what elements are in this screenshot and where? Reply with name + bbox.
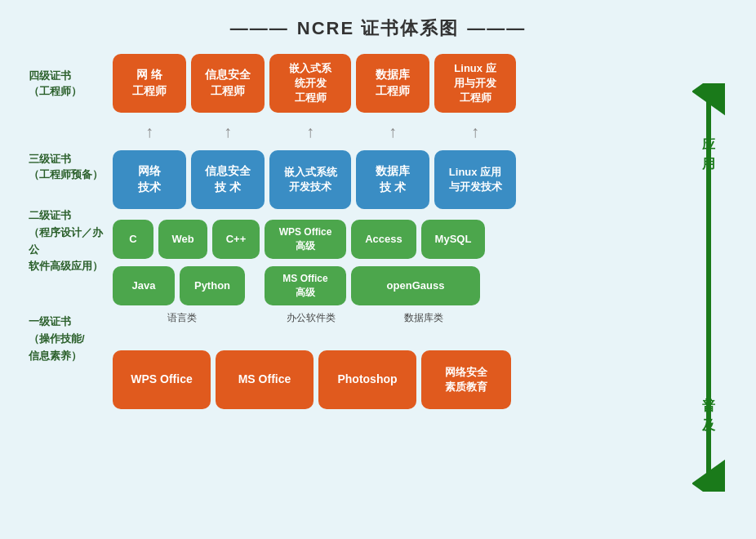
arrow-3: ↑ xyxy=(269,122,351,141)
level3-label: 三级证书 （工程师预备） xyxy=(27,134,113,199)
cat-db: 数据库类 xyxy=(371,311,477,325)
level1-ms: MS Office xyxy=(216,350,314,409)
level2-wps-advanced: WPS Office高级 xyxy=(265,220,346,259)
level4-item-2: 信息安全工程师 xyxy=(191,54,265,113)
level2-python: Python xyxy=(180,266,245,305)
level2-c: C xyxy=(113,220,153,259)
level2-group: C Web C++ WPS Office高级 Access MySQL Java… xyxy=(113,219,684,325)
level1-row: WPS Office MS Office Photoshop 网络安全素质教育 xyxy=(113,343,684,416)
level3-item-4: 数据库技 术 xyxy=(356,150,429,209)
arrow-5: ↑ xyxy=(434,122,516,141)
level2-mysql: MySQL xyxy=(421,220,485,259)
arrow-2: ↑ xyxy=(191,122,265,141)
arrows-row: ↑ ↑ ↑ ↑ ↑ xyxy=(113,122,684,140)
arrow-1: ↑ xyxy=(113,122,186,141)
svg-text:普: 普 xyxy=(702,398,716,412)
level3-item-5: Linux 应用与开发技术 xyxy=(434,150,516,209)
right-arrow-area: 应 用 普 及 xyxy=(684,51,729,524)
level4-item-1: 网 络工程师 xyxy=(113,54,186,113)
level2-row2: Java Python MS Office高级 openGauss xyxy=(113,265,684,307)
level2-label: 二级证书（程序设计／办公软件高级应用） xyxy=(27,199,113,305)
level2-opengauss: openGauss xyxy=(351,266,480,305)
level2-access: Access xyxy=(351,220,416,259)
svg-text:用: 用 xyxy=(701,157,715,171)
level4-row: 网 络工程师 信息安全工程师 嵌入式系统开发工程师 数据库工程师 Linux 应… xyxy=(113,51,684,116)
level-labels: 四级证书 （工程师） 三级证书 （工程师预备） 二级证书（程序设计／办公软件高级… xyxy=(27,51,113,524)
application-arrow-svg: 应 用 普 及 xyxy=(692,83,725,492)
level2-row1: C Web C++ WPS Office高级 Access MySQL xyxy=(113,219,684,261)
level2-cpp: C++ xyxy=(212,220,260,259)
level1-label: 一级证书（操作技能/信息素养） xyxy=(27,305,113,379)
level4-item-4: 数据库工程师 xyxy=(356,54,429,113)
category-labels: 语言类 办公软件类 数据库类 xyxy=(113,311,684,325)
svg-text:及: 及 xyxy=(701,418,716,432)
level3-item-2: 信息安全技 术 xyxy=(191,150,265,209)
level3-item-3: 嵌入式系统开发技术 xyxy=(269,150,351,209)
cat-lang: 语言类 xyxy=(113,311,251,325)
arrow-4: ↑ xyxy=(356,122,429,141)
content-area: 网 络工程师 信息安全工程师 嵌入式系统开发工程师 数据库工程师 Linux 应… xyxy=(113,51,684,524)
svg-text:应: 应 xyxy=(701,136,716,151)
main-container: NCRE 证书体系图 四级证书 （工程师） 三级证书 （工程师预备） 二级证书（… xyxy=(11,8,745,531)
level1-photoshop: Photoshop xyxy=(318,350,416,409)
level1-wps: WPS Office xyxy=(113,350,211,409)
level2-java: Java xyxy=(113,266,175,305)
level3-item-1: 网络技术 xyxy=(113,150,186,209)
level4-item-5: Linux 应用与开发工程师 xyxy=(434,54,516,113)
level4-item-3: 嵌入式系统开发工程师 xyxy=(269,54,351,113)
level3-row: 网络技术 信息安全技 术 嵌入式系统开发技术 数据库技 术 Linux 应用与开… xyxy=(113,147,684,212)
level1-network-safety: 网络安全素质教育 xyxy=(421,350,511,409)
level4-label: 四级证书 （工程师） xyxy=(27,51,113,116)
level2-web: Web xyxy=(158,220,207,259)
level2-ms-advanced: MS Office高级 xyxy=(265,266,346,305)
cat-office: 办公软件类 xyxy=(258,311,364,325)
page-title: NCRE 证书体系图 xyxy=(27,16,729,41)
